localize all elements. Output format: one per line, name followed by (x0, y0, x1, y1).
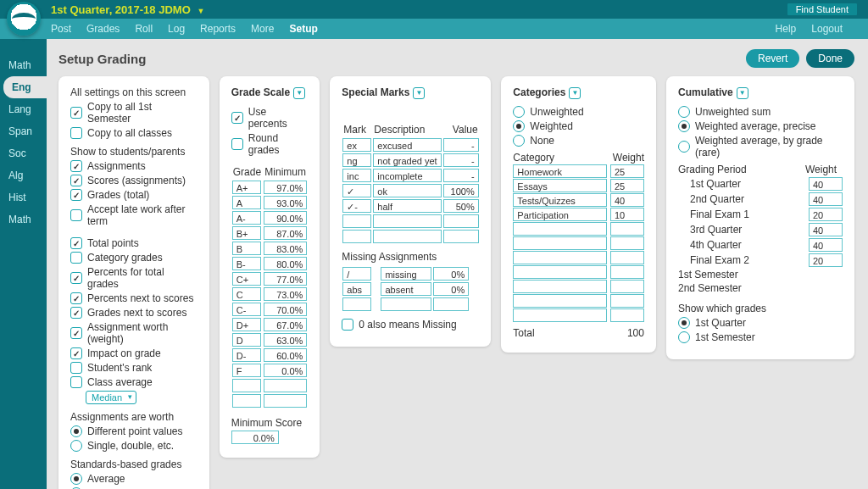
mark-val-4[interactable]: 50% (443, 199, 479, 213)
zero-missing-checkbox[interactable] (342, 319, 353, 331)
sidebar-item-lang-2[interactable]: Lang (0, 98, 47, 120)
missing-val-0[interactable]: 0% (433, 267, 469, 281)
missing-mark-0[interactable]: / (342, 267, 371, 281)
min-cell-14[interactable] (264, 394, 307, 408)
grade-cell-3[interactable]: B+ (232, 226, 261, 240)
cumulative-dropdown-icon[interactable]: ▼ (737, 87, 748, 99)
nav-roll[interactable]: Roll (135, 23, 153, 35)
cum-mode-2-rad[interactable] (678, 141, 690, 153)
cum-mode-0-rad[interactable] (678, 106, 690, 118)
mark-val-6[interactable] (443, 230, 479, 243)
min-cell-13[interactable] (264, 379, 307, 392)
cat-mode-1-rad[interactable] (513, 120, 525, 132)
missing-desc-0[interactable]: missing (381, 267, 431, 281)
cat-name-2[interactable]: Tests/Quizzes (513, 193, 607, 207)
min-cell-6[interactable]: 77.0% (264, 272, 307, 286)
cat-name-10[interactable] (513, 308, 607, 322)
period-weight-0-2[interactable]: 20 (809, 208, 843, 221)
show-opt-2-chk[interactable] (70, 189, 82, 201)
show-grade-1-rad[interactable] (678, 331, 690, 343)
period-weight-0-1[interactable]: 40 (809, 192, 843, 206)
min-cell-10[interactable]: 63.0% (264, 333, 307, 347)
cat-mode-2-rad[interactable] (513, 135, 525, 147)
mark-desc-6[interactable] (373, 230, 441, 243)
mark-val-5[interactable] (443, 214, 479, 228)
cat-name-9[interactable] (513, 294, 607, 308)
nav-post[interactable]: Post (51, 23, 71, 35)
cat-weight-4[interactable] (610, 222, 644, 236)
class-average-select[interactable]: Median (86, 391, 136, 404)
cat-name-7[interactable] (513, 265, 607, 279)
period-weight-1-2[interactable]: 20 (809, 253, 843, 267)
display-opt-6-chk[interactable] (70, 347, 82, 359)
missing-desc-2[interactable] (381, 297, 431, 311)
cat-weight-1[interactable]: 25 (610, 179, 644, 192)
cat-weight-6[interactable] (610, 251, 644, 264)
nav-logout[interactable]: Logout (811, 23, 843, 35)
min-cell-2[interactable]: 90.0% (264, 211, 307, 225)
nav-more[interactable]: More (251, 23, 274, 35)
min-cell-12[interactable]: 0.0% (264, 364, 307, 377)
min-cell-5[interactable]: 80.0% (264, 257, 307, 270)
mark-mark-3[interactable]: ✓ (342, 184, 371, 197)
mark-val-2[interactable]: - (443, 169, 479, 182)
min-cell-8[interactable]: 70.0% (264, 303, 307, 316)
display-opt-3-chk[interactable] (70, 292, 82, 304)
grade-cell-13[interactable] (232, 379, 261, 392)
display-opt-4-chk[interactable] (70, 307, 82, 319)
display-opt-7-chk[interactable] (70, 362, 82, 374)
min-cell-9[interactable]: 67.0% (264, 318, 307, 331)
grade-scale-dropdown-icon[interactable]: ▼ (293, 87, 305, 99)
grade-cell-8[interactable]: C- (232, 303, 261, 316)
grade-cell-12[interactable]: F (232, 364, 261, 377)
nav-help[interactable]: Help (776, 23, 797, 35)
cat-name-1[interactable]: Essays (513, 179, 607, 192)
missing-val-2[interactable] (433, 297, 469, 311)
cat-name-4[interactable] (513, 222, 607, 236)
mark-mark-4[interactable]: ✓- (342, 199, 371, 213)
display-opt-0-chk[interactable] (70, 237, 82, 249)
sidebar-item-eng-1[interactable]: Eng (3, 76, 47, 98)
grade-cell-0[interactable]: A+ (232, 181, 261, 194)
grade-cell-6[interactable]: C+ (232, 272, 261, 286)
grade-cell-1[interactable]: A (232, 196, 261, 209)
min-cell-3[interactable]: 87.0% (264, 226, 307, 240)
show-opt-1-chk[interactable] (70, 175, 82, 186)
revert-button[interactable]: Revert (746, 49, 799, 68)
missing-mark-2[interactable] (342, 297, 371, 311)
mark-desc-5[interactable] (373, 214, 441, 228)
min-cell-11[interactable]: 60.0% (264, 348, 307, 362)
sidebar-item-math-7[interactable]: Math (0, 208, 47, 231)
min-cell-0[interactable]: 97.0% (264, 181, 307, 194)
cat-weight-0[interactable]: 25 (610, 164, 644, 178)
cat-weight-8[interactable] (610, 280, 644, 293)
cat-weight-7[interactable] (610, 265, 644, 279)
cat-weight-5[interactable] (610, 236, 644, 250)
show-opt-3-chk[interactable] (70, 209, 82, 221)
cat-name-5[interactable] (513, 236, 607, 250)
mark-val-1[interactable]: - (443, 153, 479, 167)
mark-desc-1[interactable]: not graded yet (373, 153, 441, 167)
sidebar-item-math-0[interactable]: Math (0, 54, 47, 76)
cat-mode-0-rad[interactable] (513, 106, 525, 118)
mark-mark-0[interactable]: ex (342, 138, 371, 152)
cat-name-6[interactable] (513, 251, 607, 264)
grade-cell-4[interactable]: B (232, 242, 261, 255)
period-weight-0-0[interactable]: 40 (809, 177, 843, 191)
categories-dropdown-icon[interactable]: ▼ (569, 87, 581, 99)
grade-cell-14[interactable] (232, 394, 261, 408)
cat-weight-10[interactable] (610, 308, 644, 322)
cat-name-3[interactable]: Participation (513, 208, 607, 221)
period-weight-1-0[interactable]: 40 (809, 223, 843, 236)
grade-cell-2[interactable]: A- (232, 211, 261, 225)
cat-name-0[interactable]: Homework (513, 164, 607, 178)
cat-name-8[interactable] (513, 280, 607, 293)
grade-cell-7[interactable]: C (232, 287, 261, 301)
worth-opt-0-rad[interactable] (70, 425, 82, 437)
worth-opt-1-rad[interactable] (70, 440, 82, 452)
grade-cell-11[interactable]: D- (232, 348, 261, 362)
mark-desc-3[interactable]: ok (373, 184, 441, 197)
mark-mark-5[interactable] (342, 214, 371, 228)
sidebar-item-alg-5[interactable]: Alg (0, 164, 47, 186)
cat-weight-3[interactable]: 10 (610, 208, 644, 221)
